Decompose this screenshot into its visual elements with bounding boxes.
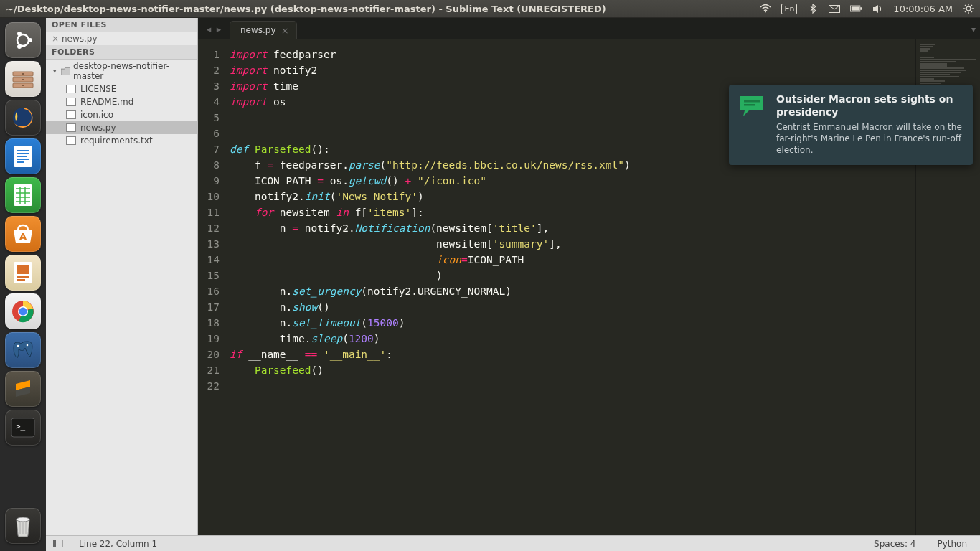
notification-chat-icon [739, 95, 768, 121]
open-files-header: OPEN FILES [46, 18, 197, 32]
svg-rect-41 [17, 276, 29, 278]
file-label: news.py [80, 123, 116, 133]
file-item[interactable]: requirements.txt [46, 134, 197, 147]
volume-icon[interactable] [872, 3, 883, 14]
svg-point-21 [22, 73, 24, 75]
status-bar: Line 22, Column 1 Spaces: 4 Python [46, 535, 980, 551]
svg-rect-42 [17, 279, 25, 281]
svg-point-0 [765, 11, 766, 13]
tab-bar: ◂ ▸ news.py × ▾ [198, 18, 980, 39]
svg-point-45 [19, 308, 27, 316]
bluetooth-icon[interactable] [807, 3, 819, 14]
desktop-notification[interactable]: Outsider Macron sets sights on presidenc… [729, 85, 973, 165]
notification-body: Centrist Emmanuel Macron will take on th… [776, 121, 963, 156]
status-syntax[interactable]: Python [931, 539, 973, 549]
libreoffice-calc-button[interactable] [5, 177, 41, 213]
svg-rect-29 [17, 159, 29, 160]
file-icon [66, 110, 76, 119]
file-label: LICENSE [80, 84, 116, 94]
svg-rect-57 [744, 104, 755, 106]
file-icon [66, 123, 76, 132]
svg-point-15 [28, 38, 32, 42]
folder-root[interactable]: desktop-news-notifier-master [46, 60, 197, 83]
tab-overflow-icon[interactable]: ▾ [971, 24, 976, 34]
status-line-column[interactable]: Line 22, Column 1 [73, 539, 163, 549]
file-icon [66, 98, 76, 106]
mail-icon[interactable] [829, 3, 840, 14]
clock[interactable]: 10:00:06 AM [893, 4, 953, 14]
svg-rect-27 [17, 153, 29, 154]
system-tray: En 10:00:06 AM [760, 3, 974, 14]
tab-history-forward-icon[interactable]: ▸ [214, 22, 224, 36]
file-label: icon.ico [80, 110, 113, 120]
file-item[interactable]: icon.ico [46, 108, 197, 121]
sidebar-toggle-icon[interactable] [53, 540, 63, 547]
folders-header: FOLDERS [46, 45, 197, 60]
wifi-icon[interactable] [760, 3, 771, 14]
tab-history-back-icon[interactable]: ◂ [204, 22, 214, 36]
folder-root-label: desktop-news-notifier-master [73, 61, 194, 81]
tab-close-icon[interactable]: × [281, 25, 289, 36]
postgresql-button[interactable] [5, 332, 41, 368]
svg-point-16 [17, 32, 22, 36]
open-file-item[interactable]: news.py [46, 32, 197, 45]
svg-point-14 [17, 34, 29, 46]
file-item[interactable]: news.py [46, 121, 197, 134]
files-button[interactable] [5, 61, 41, 97]
language-indicator[interactable]: En [781, 4, 797, 14]
google-chrome-button[interactable] [5, 293, 41, 329]
svg-text:A: A [19, 231, 27, 242]
tab-label: news.py [240, 25, 276, 35]
file-label: README.md [80, 97, 133, 107]
svg-point-47 [27, 344, 29, 347]
svg-point-5 [966, 6, 971, 11]
svg-rect-40 [17, 265, 29, 274]
ubuntu-software-button[interactable]: A [5, 216, 41, 252]
svg-point-46 [17, 345, 19, 347]
libreoffice-writer-button[interactable] [5, 138, 41, 174]
line-number-gutter: 12345678910111213141516171819202122 [198, 39, 227, 535]
file-item[interactable]: README.md [46, 95, 197, 108]
svg-point-22 [22, 79, 24, 80]
firefox-button[interactable] [5, 100, 41, 136]
svg-point-23 [22, 85, 24, 86]
svg-rect-55 [53, 540, 56, 547]
svg-line-12 [971, 5, 972, 6]
svg-point-17 [17, 44, 22, 49]
gear-icon[interactable] [963, 3, 974, 14]
svg-line-10 [965, 5, 966, 6]
svg-point-50 [17, 517, 29, 522]
ubuntu-dash-button[interactable] [5, 22, 41, 58]
svg-rect-26 [17, 150, 29, 151]
svg-text:>_: >_ [16, 422, 26, 431]
file-label: requirements.txt [80, 136, 153, 146]
svg-rect-56 [744, 100, 760, 103]
svg-rect-28 [17, 156, 27, 157]
sublime-text-button[interactable] [5, 371, 41, 407]
terminal-button[interactable]: >_ [5, 410, 41, 446]
battery-icon[interactable] [850, 3, 862, 14]
file-icon [66, 136, 76, 145]
svg-rect-4 [852, 6, 859, 10]
status-indent[interactable]: Spaces: 4 [868, 539, 921, 549]
file-icon [66, 85, 76, 93]
tab-news-py[interactable]: news.py × [230, 21, 297, 39]
file-item[interactable]: LICENSE [46, 83, 197, 95]
system-menubar: ~/Desktop/desktop-news-notifier-master/n… [0, 0, 980, 18]
libreoffice-impress-button[interactable] [5, 255, 41, 291]
window-title: ~/Desktop/desktop-news-notifier-master/n… [6, 4, 606, 14]
notification-title: Outsider Macron sets sights on presidenc… [776, 93, 963, 118]
svg-rect-31 [14, 184, 32, 206]
svg-rect-3 [861, 7, 862, 10]
svg-line-13 [965, 11, 966, 12]
trash-button[interactable] [5, 508, 41, 544]
unity-launcher: A >_ [0, 18, 46, 551]
svg-line-11 [971, 11, 972, 12]
sidebar: OPEN FILES news.py FOLDERS desktop-news-… [46, 18, 198, 535]
svg-rect-30 [17, 161, 24, 163]
